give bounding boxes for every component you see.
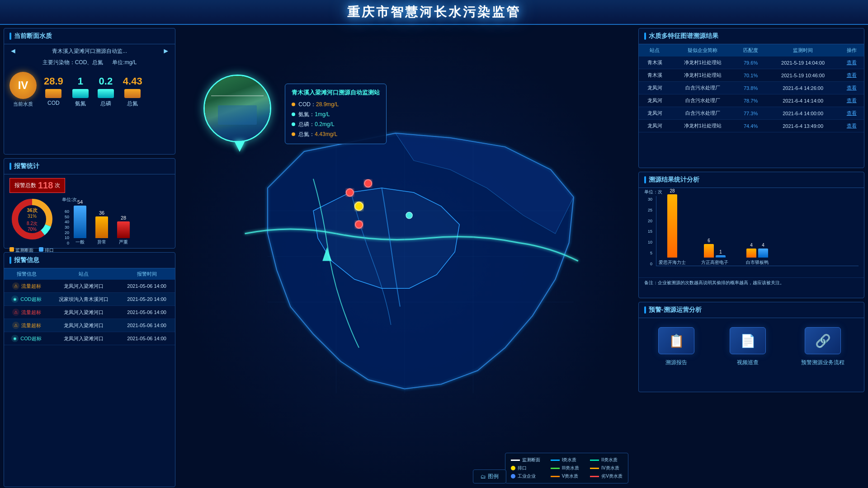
- trace-results-panel: 水质多特征图谱溯源结果 站点 疑似企业简称 匹配度 监测时间 操作 青木溪 净龙…: [638, 28, 864, 168]
- stats-bar-blue: [716, 255, 726, 258]
- legend-class5-bad-sym: [590, 476, 599, 477]
- trace-op[interactable]: 查看: [839, 69, 864, 82]
- donut-label-8: 8.2次: [27, 221, 38, 227]
- wq-pollutants: 主要污染物：COD、总氮 单位:mg/L: [4, 58, 175, 67]
- alert-station: 龙凤河入梁滩河口: [49, 306, 118, 319]
- alert-bar-abnormal-rect: [95, 216, 108, 238]
- warning-analysis-title: 预警-溯源运营分析: [639, 302, 864, 318]
- legend-dot-outlet: [39, 247, 43, 252]
- legend-industry: 工业企业: [511, 473, 543, 479]
- popup-cod: COD：28.9mg/L: [292, 99, 380, 109]
- station-pin: [234, 141, 245, 152]
- trace-table-row: 青木溪 净龙村1社处理站 70.1% 2021-5-19 10:46:00 查看: [639, 69, 864, 82]
- alert-table-row: ◉ COD超标 龙凤河入梁滩河口 2021-05-06 14:00: [4, 332, 175, 345]
- alert-col-station: 站点: [49, 268, 118, 280]
- legend-class2-sym: [590, 460, 599, 461]
- stats-chart-wrap: 302520151050 28 爱思开海力士 6 1 方正高密电子 4 4: [639, 196, 864, 277]
- stats-bar-label: 爱思开海力士: [656, 259, 688, 266]
- legend-dot-monitor: [9, 247, 14, 252]
- trace-company: 净龙村1社处理站: [670, 69, 735, 82]
- wq-nh3-icon: [72, 89, 89, 98]
- station-image: [203, 75, 271, 142]
- alert-station: 龙凤河入梁滩河口: [49, 332, 118, 345]
- wq-nav[interactable]: ◄ 青木溪入梁滩河口溯源自动监... ►: [4, 44, 175, 58]
- workflow-label: 预警溯源业务流程: [801, 359, 844, 366]
- alert-badge-icon: ⚠: [12, 309, 19, 316]
- alert-type-text: COD超标: [20, 296, 41, 303]
- page-title: 重庆市智慧河长水污染监管: [347, 4, 521, 21]
- trace-op[interactable]: 查看: [839, 120, 864, 132]
- popup-nh3: 氨氮：1mg/L: [292, 109, 380, 119]
- trace-time: 2021-6-4 13:49:00: [767, 120, 840, 132]
- trace-station: 青木溪: [639, 56, 670, 69]
- trace-table-row: 龙凤河 白含污水处理厂 73.8% 2021-6-4 14:26:00 查看: [639, 82, 864, 94]
- trace-station: 龙凤河: [639, 94, 670, 107]
- warning-card-workflow[interactable]: 🔗 预警溯源业务流程: [801, 327, 844, 366]
- water-quality-panel: 当前断面水质 ◄ 青木溪入梁滩河口溯源自动监... ► 主要污染物：COD、总氮…: [4, 28, 175, 155]
- alert-bar-abnormal-label: 异常: [97, 239, 106, 245]
- alert-summary: 报警总数 118 次: [4, 174, 175, 197]
- workflow-icon: 🔗: [805, 327, 841, 354]
- stats-val2: 1: [719, 249, 722, 254]
- alert-info-title: 报警信息: [4, 253, 175, 268]
- alert-info-table: 报警信息 站点 报警时间 ⚠ 流量超标 龙凤河入梁滩河口 2021-05-06 …: [4, 268, 175, 345]
- trace-company: 白含污水处理厂: [670, 82, 735, 94]
- warning-card-report[interactable]: 📋 溯源报告: [658, 327, 694, 366]
- map-popup-title: 青木溪入梁滩河口溯源自动监测站: [292, 89, 380, 97]
- trace-company: 净龙村1社处理站: [670, 56, 735, 69]
- stats-val1: 6: [708, 238, 710, 243]
- alert-info-panel: 报警信息 报警信息 站点 报警时间 ⚠ 流量超标 龙凤河入梁滩河口 2021-0…: [4, 252, 175, 487]
- wq-cod-value: 28.9: [44, 75, 63, 87]
- trace-time: 2021-6-4 14:26:00: [767, 82, 840, 94]
- trace-table-row: 龙凤河 白含污水处理厂 77.3% 2021-6-4 14:00:00 查看: [639, 107, 864, 120]
- alert-donut: 36次 31% 8.2次 70%: [9, 197, 55, 242]
- donut-label-36: 36次: [27, 207, 37, 214]
- trace-op[interactable]: 查看: [839, 107, 864, 120]
- trace-col-op: 操作: [839, 44, 864, 56]
- donut-label-31: 31%: [28, 214, 37, 219]
- legend-class5: V类水质: [551, 473, 583, 479]
- video-icon: 📄: [730, 327, 766, 354]
- trace-op[interactable]: 查看: [839, 56, 864, 69]
- stats-bar-orange: [704, 244, 714, 258]
- alert-bar-area: 单位:次 6050403020100 54 一般 36 异常: [62, 197, 170, 245]
- alert-col-info: 报警信息: [4, 268, 49, 280]
- wq-tn-value: 4.43: [123, 75, 142, 87]
- trace-col-company: 疑似企业简称: [670, 44, 735, 56]
- wq-grade-label: 当前水质: [13, 101, 33, 108]
- stats-bar-group: 6 1 方正高密电子: [699, 238, 731, 266]
- trace-op[interactable]: 查看: [839, 94, 864, 107]
- popup-tp-dot: [292, 122, 295, 126]
- trace-company: 白含污水处理厂: [670, 94, 735, 107]
- stats-val1: 4: [750, 243, 753, 248]
- alert-badge-icon: ◉: [11, 335, 19, 342]
- legend-button[interactable]: 🗂 图例: [473, 469, 506, 483]
- alert-donut-labels: 36次 31% 8.2次 70%: [9, 197, 55, 242]
- wq-next-arrow[interactable]: ►: [162, 47, 170, 55]
- trace-op[interactable]: 查看: [839, 82, 864, 94]
- trace-station: 龙凤河: [639, 82, 670, 94]
- wq-tp-label: 总磷: [100, 100, 111, 108]
- wq-nh3-label: 氨氮: [75, 100, 86, 108]
- wq-prev-arrow[interactable]: ◄: [9, 47, 17, 55]
- popup-tp: 总磷：0.2mg/L: [292, 119, 380, 129]
- alert-bar-normal-label: 一般: [75, 239, 85, 245]
- wq-tn-label: 总氮: [127, 100, 138, 108]
- trace-match: 74.4%: [735, 120, 766, 132]
- legend-btn-label: 图例: [488, 473, 499, 480]
- report-label: 溯源报告: [665, 359, 687, 366]
- wq-cod-icon: [45, 89, 61, 98]
- legend-grid: 监测断面 I类水质 II类水质 排口 III类水质 IV类水质: [511, 457, 623, 479]
- alert-time: 2021-05-06 14:00: [118, 332, 175, 345]
- wq-item-nh3: 1 氨氮: [72, 75, 89, 108]
- stats-bar-label: 白市驿板鸭: [741, 259, 773, 266]
- trace-match: 73.8%: [735, 82, 766, 94]
- stats-bar-orange: [667, 194, 677, 258]
- wq-nh3-value: 1: [78, 75, 83, 87]
- alert-badge-icon: ⚠: [12, 322, 19, 329]
- alert-badge-icon: ◉: [11, 296, 19, 303]
- warning-card-video[interactable]: 📄 视频巡查: [730, 327, 766, 366]
- map-legend: 监测断面 I类水质 II类水质 排口 III类水质 IV类水质: [505, 453, 628, 483]
- alert-bar-severe-label: 严重: [119, 239, 128, 245]
- trace-company: 白含污水处理厂: [670, 107, 735, 120]
